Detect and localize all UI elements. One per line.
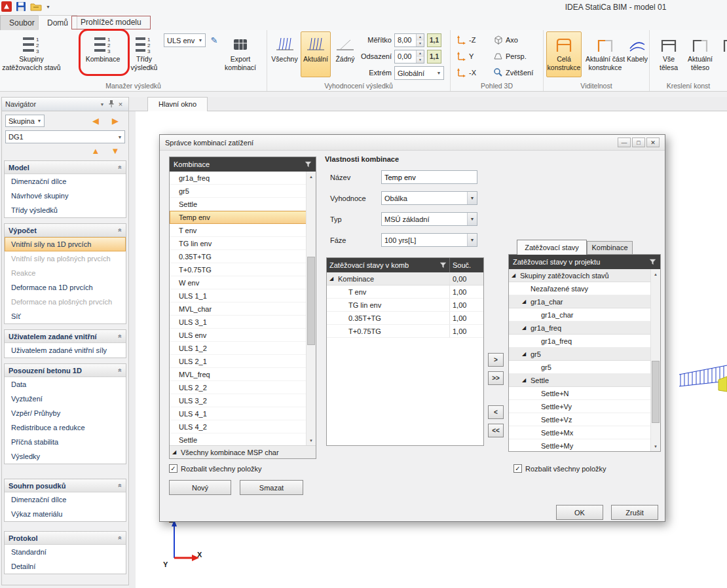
remove-button[interactable]: < <box>488 405 504 419</box>
grid-group-row[interactable]: ◢gr5 <box>509 348 660 361</box>
list-row-selected[interactable]: Temp env <box>170 211 316 224</box>
current-part-button[interactable]: Aktuální část konstrukce <box>584 31 626 77</box>
cables-button[interactable]: Kabely <box>626 31 648 77</box>
list-row[interactable]: T env <box>170 224 316 237</box>
list-row[interactable]: ULS 4_1 <box>170 407 316 420</box>
filter-icon[interactable] <box>649 259 656 265</box>
dialog-titlebar[interactable]: Správce kombinací zatížení — □ ✕ <box>160 135 665 151</box>
list-row[interactable]: ULS 3_1 <box>170 316 316 329</box>
grid-row[interactable]: gr1a_char <box>509 308 660 322</box>
scroll-thumb[interactable] <box>652 361 660 423</box>
evaluation-combo[interactable]: Obálka ▼ <box>381 191 477 205</box>
nav-item[interactable]: Standardní <box>5 545 126 559</box>
expand-all-right-checkbox[interactable]: ✓ Rozbalit všechny položky <box>513 464 606 473</box>
coefficient-cell[interactable]: 1,00 <box>449 312 483 324</box>
spin-down-icon[interactable]: ▼ <box>417 57 424 64</box>
all-results-button[interactable]: Všechny <box>270 31 299 77</box>
splitter[interactable] <box>129 111 136 588</box>
tab-combinations[interactable]: Kombinace <box>587 241 633 255</box>
prev-arrow-button[interactable]: ◀ <box>86 117 105 125</box>
nav-item[interactable]: Redistribuce a redukce <box>5 420 126 435</box>
grid-row[interactable]: Nezařazené stavy <box>509 282 660 295</box>
grid-scrollbar[interactable]: ▲ ▼ <box>650 269 660 451</box>
nav-item[interactable]: Příčná stabilita <box>5 435 126 449</box>
grid-group-row[interactable]: ◢gr1a_char <box>509 295 660 308</box>
expander-icon[interactable]: ◢ <box>512 272 520 278</box>
nav-item[interactable]: Vzpěr/ Průhyby <box>5 406 126 420</box>
filter-icon[interactable] <box>439 262 447 268</box>
nav-section-header[interactable]: Výpočet» <box>5 224 126 237</box>
expander-icon[interactable]: ◢ <box>522 299 531 304</box>
nav-item[interactable]: Výsledky <box>5 449 126 464</box>
nav-item[interactable]: Uživatelem zadané vnitřní síly <box>5 343 126 358</box>
nav-item[interactable]: Síť <box>5 309 126 323</box>
scroll-up-icon[interactable]: ▲ <box>307 172 316 181</box>
list-row[interactable]: ULS 2_2 <box>170 381 316 394</box>
grid-row[interactable]: Settle+Vy <box>509 400 660 413</box>
none-results-button[interactable]: Žádný <box>332 31 358 77</box>
result-class-combo[interactable]: ULS env ▼ <box>164 33 206 47</box>
spin-down-icon[interactable]: ▼ <box>417 41 424 47</box>
list-row[interactable]: W env <box>170 276 316 289</box>
group-combo[interactable]: Skupina ▼ <box>5 115 45 127</box>
offset-spinner[interactable]: 0,00 ▲▼ <box>394 50 424 64</box>
down-arrow-button[interactable]: ▼ <box>105 147 125 155</box>
close-icon[interactable]: × <box>116 100 125 108</box>
grid-group-row[interactable]: ◢Settle <box>509 374 660 387</box>
nav-item[interactable]: Detailní <box>5 559 126 574</box>
nav-item[interactable]: Reakce <box>5 266 126 280</box>
current-solid-button[interactable]: Aktuální těleso <box>685 31 715 77</box>
list-row[interactable]: ULS 1_2 <box>170 342 316 355</box>
list-row[interactable]: ULS 1_1 <box>170 289 316 303</box>
type-combo[interactable]: MSÚ základní ▼ <box>381 212 477 226</box>
coefficient-cell[interactable]: 1,00 <box>449 299 483 311</box>
nav-item[interactable]: Deformace na 1D prvcích <box>5 280 126 295</box>
nav-item[interactable]: Vyztužení <box>5 392 126 406</box>
next-arrow-button[interactable]: ▶ <box>105 117 125 125</box>
grid-row[interactable]: 0.35T+TG 1,00 <box>327 312 483 325</box>
list-row[interactable]: MVL_char <box>170 303 316 316</box>
open-folder-icon[interactable] <box>30 2 42 12</box>
filter-icon[interactable] <box>305 161 312 168</box>
view-persp-button[interactable]: Persp. <box>491 49 541 64</box>
list-row[interactable]: gr5 <box>170 185 316 198</box>
quick-access-caret-icon[interactable]: ▼ <box>46 5 50 9</box>
expander-icon[interactable]: ◢ <box>522 325 531 331</box>
list-row[interactable]: MVL_freq <box>170 368 316 381</box>
grid-row[interactable]: T+0.75TG 1,00 <box>327 325 483 338</box>
zoom-button[interactable]: Zvětšení <box>491 65 541 80</box>
scroll-down-icon[interactable]: ▼ <box>651 441 660 451</box>
current-results-button[interactable]: Aktuální <box>301 31 331 77</box>
grid-row[interactable]: gr5 <box>509 361 660 374</box>
delete-button[interactable]: Smazat <box>240 480 303 495</box>
remove-all-button[interactable]: << <box>488 424 504 437</box>
tab-prohlizec-modelu[interactable]: Prohlížeč modelu <box>71 16 151 29</box>
grid-row[interactable]: gr1a_freq <box>509 335 660 348</box>
view-minus-z-button[interactable]: -Z <box>455 33 489 47</box>
view-axo-button[interactable]: Axo <box>491 33 541 47</box>
clipped-button[interactable]: Je os <box>718 31 727 77</box>
offset-toggle[interactable]: 1,1 <box>427 50 441 64</box>
nav-item[interactable]: Dimenzační dílce <box>5 174 126 189</box>
nav-item[interactable]: Dimenzační dílce <box>5 492 126 507</box>
grid-group-row[interactable]: ◢Kombinace 0,00 <box>327 272 483 285</box>
nav-item[interactable]: Návrhové skupiny <box>5 189 126 203</box>
list-group-footer[interactable]: ◢ Všechny kombinace MSP char <box>170 445 316 458</box>
expander-icon[interactable]: ◢ <box>172 449 181 455</box>
list-scrollbar[interactable]: ▲ ▼ <box>306 172 316 445</box>
new-button[interactable]: Nový <box>169 480 231 495</box>
nav-item[interactable]: Třídy výsledků <box>5 203 126 217</box>
combinations-button[interactable]: 123 Kombinace <box>81 31 124 77</box>
list-row[interactable]: Settle <box>170 433 316 447</box>
tab-hlavni-okno[interactable]: Hlavní okno <box>147 97 208 111</box>
scroll-up-icon[interactable]: ▲ <box>651 269 660 279</box>
nav-item[interactable]: Výkaz materiálu <box>5 507 126 521</box>
list-row[interactable]: 0.35T+TG <box>170 250 316 263</box>
spin-up-icon[interactable]: ▲ <box>417 34 424 41</box>
grid-row[interactable]: T env 1,00 <box>327 285 483 299</box>
design-group-combo[interactable]: DG1 ▼ <box>5 130 125 143</box>
expander-icon[interactable]: ◢ <box>522 377 531 383</box>
save-icon[interactable] <box>16 1 26 12</box>
nav-section-header[interactable]: Uživatelem zadané vnitřní» <box>5 330 126 343</box>
list-row[interactable]: ULS 2_1 <box>170 355 316 368</box>
